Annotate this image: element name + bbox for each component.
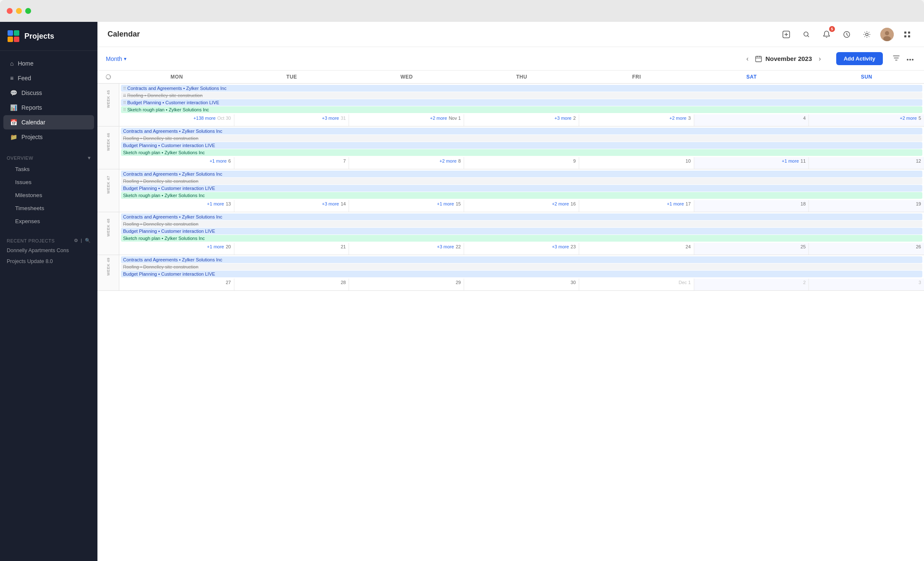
add-button[interactable] xyxy=(780,28,793,41)
day-cell[interactable]: +1 more13 xyxy=(119,200,234,212)
day-cell[interactable]: 30 xyxy=(464,279,579,290)
more-events-link[interactable]: +1 more xyxy=(667,201,684,206)
day-cell[interactable]: +1 more20 xyxy=(119,243,234,255)
day-cell[interactable]: 9 xyxy=(464,157,579,169)
recent-project-donnelly[interactable]: Donnelly Apartments Cons xyxy=(0,245,97,256)
day-cell[interactable]: 3 xyxy=(809,279,924,290)
day-cell[interactable]: 19 xyxy=(809,200,924,212)
spanning-event-bar[interactable]: Sketch rough plan • Zylker Solutions Inc xyxy=(121,149,922,156)
day-cell[interactable]: 18 xyxy=(694,200,809,212)
sidebar-item-timesheets[interactable]: Timesheets xyxy=(3,202,94,214)
more-events-link[interactable]: +2 more xyxy=(439,158,457,163)
spanning-event-bar[interactable]: Contracts and Agreements • Zylker Soluti… xyxy=(121,128,922,134)
timer-button[interactable] xyxy=(840,28,853,41)
sidebar-item-feed[interactable]: ≡ Feed xyxy=(3,71,94,85)
day-cell[interactable]: 7 xyxy=(234,157,349,169)
day-cell[interactable]: +3 more22 xyxy=(349,243,464,255)
spanning-event-bar[interactable]: ⠿Sketch rough plan • Zylker Solutions In… xyxy=(121,106,922,113)
spanning-event-bar[interactable]: ⠿Budget Planning • Customer interaction … xyxy=(121,99,922,106)
spanning-event-bar[interactable]: Sketch rough plan • Zylker Solutions Inc xyxy=(121,192,922,199)
day-cell[interactable]: +1 more17 xyxy=(579,200,694,212)
more-events-link[interactable]: +2 more xyxy=(900,116,917,121)
more-events-link[interactable]: +3 more xyxy=(554,116,572,121)
day-cell[interactable]: Dec 1 xyxy=(579,279,694,290)
more-events-link[interactable]: +2 more xyxy=(552,201,569,206)
more-events-link[interactable]: +3 more xyxy=(322,201,339,206)
settings-button[interactable] xyxy=(860,28,874,41)
day-cell[interactable]: 21 xyxy=(234,243,349,255)
sidebar-item-discuss[interactable]: 💬 Discuss xyxy=(3,86,94,100)
more-events-link[interactable]: +1 more xyxy=(210,158,227,163)
more-events-link[interactable]: +1 more xyxy=(437,201,454,206)
filter-button[interactable] xyxy=(891,53,901,65)
notification-button[interactable]: 5 xyxy=(820,28,833,41)
spanning-event-bar[interactable]: Sketch rough plan • Zylker Solutions Inc xyxy=(121,235,922,242)
sidebar-item-home[interactable]: ⌂ Home xyxy=(3,56,94,71)
day-cell[interactable]: +2 more3 xyxy=(579,114,694,126)
day-cell[interactable]: +2 more8 xyxy=(349,157,464,169)
spanning-event-bar[interactable]: ⠿Roofing • Donnelley site construction xyxy=(121,92,922,99)
day-cell[interactable]: +1 more11 xyxy=(694,157,809,169)
spanning-event-bar[interactable]: Contracts and Agreements • Zylker Soluti… xyxy=(121,256,922,263)
search-button[interactable] xyxy=(800,28,813,41)
more-events-link[interactable]: +2 more xyxy=(669,116,687,121)
day-cell[interactable]: +3 more31 xyxy=(234,114,349,126)
configure-icon[interactable]: ⚙ xyxy=(74,238,79,243)
day-cell[interactable]: +2 more16 xyxy=(464,200,579,212)
spanning-event-bar[interactable]: Roofing • Donnelley site construction xyxy=(121,221,922,227)
day-cell[interactable]: 27 xyxy=(119,279,234,290)
search-recent-icon[interactable]: 🔍 xyxy=(85,238,91,243)
recent-project-update[interactable]: Projects Update 8.0 xyxy=(0,256,97,267)
add-activity-button[interactable]: Add Activity xyxy=(836,52,883,65)
day-cell[interactable]: +3 more2 xyxy=(464,114,579,126)
spanning-event-bar[interactable]: Budget Planning • Customer interaction L… xyxy=(121,271,922,277)
day-cell[interactable]: +138 moreOct 30 xyxy=(119,114,234,126)
more-events-link[interactable]: +3 more xyxy=(437,244,454,249)
more-events-link[interactable]: +3 more xyxy=(552,244,569,249)
sidebar-item-milestones[interactable]: Milestones xyxy=(3,189,94,201)
more-events-link[interactable]: +1 more xyxy=(207,244,224,249)
close-button[interactable] xyxy=(7,8,13,14)
sidebar-item-expenses[interactable]: Expenses xyxy=(3,215,94,227)
sidebar-item-issues[interactable]: Issues xyxy=(3,176,94,188)
day-cell[interactable]: +1 more6 xyxy=(119,157,234,169)
day-cell[interactable]: 12 xyxy=(809,157,924,169)
more-events-link[interactable]: +1 more xyxy=(207,201,224,206)
prev-month-button[interactable]: ‹ xyxy=(743,53,752,64)
day-cell[interactable]: 26 xyxy=(809,243,924,255)
day-cell[interactable]: +1 more15 xyxy=(349,200,464,212)
sidebar-item-tasks[interactable]: Tasks xyxy=(3,163,94,175)
user-avatar[interactable] xyxy=(880,28,894,41)
spanning-event-bar[interactable]: Budget Planning • Customer interaction L… xyxy=(121,185,922,192)
more-events-link[interactable]: +138 more xyxy=(193,116,215,121)
day-cell[interactable]: 2 xyxy=(694,279,809,290)
day-cell[interactable]: 29 xyxy=(349,279,464,290)
day-cell[interactable]: +3 more23 xyxy=(464,243,579,255)
more-events-link[interactable]: +1 more xyxy=(782,158,799,163)
day-cell[interactable]: 24 xyxy=(579,243,694,255)
day-cell[interactable]: 25 xyxy=(694,243,809,255)
view-selector[interactable]: Month ▾ xyxy=(106,55,126,62)
spanning-event-bar[interactable]: Roofing • Donnelley site construction xyxy=(121,178,922,184)
overview-expand-icon[interactable]: ▾ xyxy=(88,155,91,161)
day-cell[interactable]: 4 xyxy=(694,114,809,126)
day-cell[interactable]: +2 moreNov 1 xyxy=(349,114,464,126)
spanning-event-bar[interactable]: Contracts and Agreements • Zylker Soluti… xyxy=(121,171,922,177)
more-events-link[interactable]: +2 more xyxy=(430,116,447,121)
day-cell[interactable]: +3 more14 xyxy=(234,200,349,212)
spanning-event-bar[interactable]: Roofing • Donnelley site construction xyxy=(121,263,922,270)
spanning-event-bar[interactable]: Budget Planning • Customer interaction L… xyxy=(121,228,922,234)
next-month-button[interactable]: › xyxy=(815,53,824,64)
sidebar-item-projects[interactable]: 📁 Projects xyxy=(3,130,94,144)
minimize-button[interactable] xyxy=(16,8,22,14)
spanning-event-bar[interactable]: ⠿Contracts and Agreements • Zylker Solut… xyxy=(121,85,922,92)
spanning-event-bar[interactable]: Contracts and Agreements • Zylker Soluti… xyxy=(121,213,922,220)
maximize-button[interactable] xyxy=(25,8,31,14)
grid-menu-button[interactable] xyxy=(900,28,914,41)
more-events-link[interactable]: +3 more xyxy=(322,116,339,121)
day-cell[interactable]: +2 more5 xyxy=(809,114,924,126)
day-cell[interactable]: 10 xyxy=(579,157,694,169)
spanning-event-bar[interactable]: Roofing • Donnelley site construction xyxy=(121,135,922,142)
sidebar-item-calendar[interactable]: 📅 Calendar xyxy=(3,115,94,129)
spanning-event-bar[interactable]: Budget Planning • Customer interaction L… xyxy=(121,142,922,149)
